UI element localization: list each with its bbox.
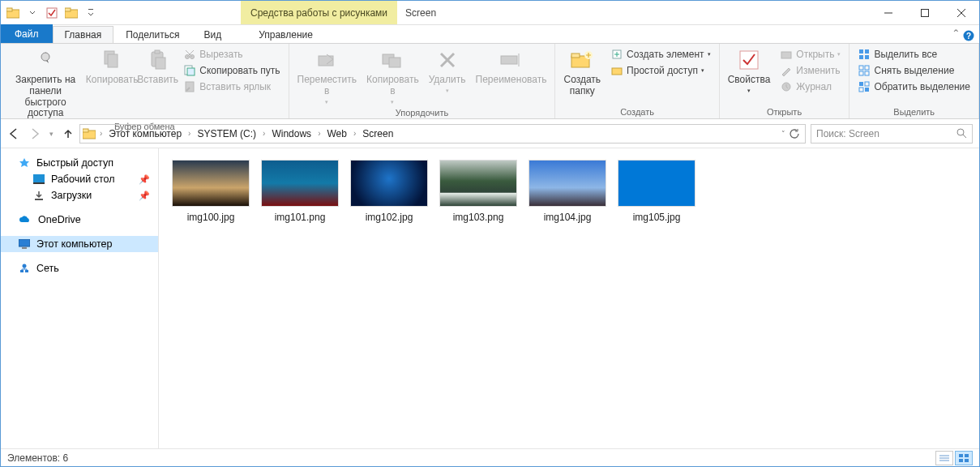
svg-text:?: ?	[966, 32, 971, 41]
file-item[interactable]: img105.jpg	[618, 160, 695, 223]
tab-share[interactable]: Поделиться	[113, 26, 191, 43]
maximize-button[interactable]	[906, 1, 943, 24]
new-item-button[interactable]: Создать элемент ▾	[607, 47, 714, 62]
paste-shortcut-button[interactable]: Вставить ярлык	[180, 79, 283, 94]
nav-onedrive[interactable]: OneDrive	[1, 212, 158, 228]
tab-file[interactable]: Файл	[1, 24, 53, 43]
checkmark-icon	[736, 47, 762, 73]
new-item-icon	[610, 48, 623, 61]
copy-button[interactable]: Копировать	[88, 45, 135, 88]
open-button[interactable]: Открыть ▾	[777, 47, 844, 62]
chevron-right-icon[interactable]: ›	[186, 129, 192, 138]
file-item[interactable]: img103.png	[439, 160, 517, 223]
properties-icon[interactable]	[43, 4, 61, 22]
tab-view[interactable]: Вид	[191, 26, 233, 43]
breadcrumb-item[interactable]: Windows	[267, 128, 316, 139]
minimize-button[interactable]	[870, 1, 906, 24]
cut-button[interactable]: Вырезать	[180, 47, 283, 62]
tab-home[interactable]: Главная	[53, 26, 114, 43]
breadcrumb-item[interactable]: Screen	[357, 128, 398, 139]
file-name: img102.jpg	[366, 212, 413, 223]
chevron-right-icon[interactable]: ›	[352, 129, 357, 138]
ribbon-group-new: Создать папку Создать элемент ▾ Простой …	[555, 44, 719, 118]
recent-dropdown-icon[interactable]: ▾	[49, 130, 53, 138]
svg-rect-30	[501, 56, 517, 64]
forward-button[interactable]	[28, 127, 41, 140]
copy-path-button[interactable]: Скопировать путь	[180, 63, 283, 78]
folder-icon-2[interactable]	[62, 4, 80, 22]
file-item[interactable]: img100.jpg	[172, 160, 250, 223]
window-controls	[870, 1, 979, 24]
file-name: img100.jpg	[187, 212, 235, 223]
file-item[interactable]: img102.jpg	[350, 160, 428, 223]
file-item[interactable]: img104.jpg	[529, 160, 606, 223]
help-icon[interactable]: ?	[963, 30, 974, 41]
history-button[interactable]: Журнал	[777, 79, 844, 94]
select-all-button[interactable]: Выделить все	[854, 47, 974, 62]
thumbnail	[618, 160, 695, 207]
svg-rect-37	[740, 51, 758, 69]
new-folder-icon	[569, 47, 595, 73]
thumbnail	[172, 160, 250, 207]
svg-point-12	[41, 53, 49, 61]
svg-rect-4	[65, 8, 71, 11]
details-view-button[interactable]	[935, 451, 953, 465]
breadcrumb-item[interactable]: SYSTEM (C:)	[192, 128, 261, 139]
select-none-button[interactable]: Снять выделение	[854, 63, 974, 78]
new-folder-button[interactable]: Создать папку	[560, 45, 604, 99]
move-to-button[interactable]: Переместить в▾	[294, 45, 361, 107]
svg-rect-17	[156, 58, 165, 69]
file-item[interactable]: img101.png	[261, 160, 339, 223]
close-button[interactable]	[943, 1, 979, 24]
svg-rect-36	[612, 68, 622, 75]
tab-manage[interactable]: Управление	[246, 26, 325, 43]
up-button[interactable]	[62, 127, 75, 140]
qat-dropdown-icon[interactable]	[24, 4, 41, 22]
ribbon-group-organise: Переместить в▾ Копировать в▾ Удалить▾ Пе…	[289, 44, 556, 118]
properties-button[interactable]: Свойства▾	[725, 45, 774, 96]
thumbnails-view-button[interactable]	[955, 451, 973, 465]
chevron-right-icon[interactable]: ›	[98, 129, 104, 138]
svg-rect-50	[859, 88, 863, 92]
network-icon	[19, 263, 30, 274]
svg-rect-57	[33, 182, 45, 184]
breadcrumb-item[interactable]: Web	[322, 128, 351, 139]
pin-quick-access-button[interactable]: Закрепить на панели быстрого доступа	[6, 45, 85, 121]
nav-desktop[interactable]: Рабочий стол📌	[1, 171, 158, 187]
contextual-tab-label: Средства работы с рисунками	[241, 1, 397, 24]
delete-icon	[434, 47, 460, 73]
address-bar[interactable]: › Этот компьютер› SYSTEM (C:)› Windows› …	[79, 124, 806, 144]
back-button[interactable]	[7, 127, 20, 140]
qat-customize-icon[interactable]	[82, 4, 100, 22]
copy-icon	[99, 47, 125, 73]
status-text: Элементов: 6	[7, 452, 68, 464]
chevron-right-icon[interactable]: ›	[316, 129, 322, 138]
nav-this-pc[interactable]: Этот компьютер	[1, 236, 158, 252]
desktop-icon	[33, 174, 45, 184]
search-input[interactable]: Поиск: Screen	[811, 124, 973, 144]
copy-to-button[interactable]: Копировать в▾	[363, 45, 422, 107]
delete-button[interactable]: Удалить▾	[426, 45, 469, 96]
refresh-icon[interactable]	[789, 128, 800, 139]
rename-button[interactable]: Переименовать	[473, 45, 550, 88]
address-dropdown-icon[interactable]: ˅	[781, 130, 785, 138]
folder-icon[interactable]	[4, 4, 22, 22]
edit-button[interactable]: Изменить	[777, 63, 844, 78]
easy-access-button[interactable]: Простой доступ ▾	[607, 63, 714, 78]
pin-icon: 📌	[139, 191, 150, 201]
svg-rect-51	[865, 88, 869, 92]
folder-icon	[80, 128, 98, 139]
group-label: Открыть	[725, 106, 845, 118]
invert-selection-button[interactable]: Обратить выделение	[854, 79, 974, 94]
paste-button[interactable]: Вставить	[139, 45, 177, 88]
collapse-ribbon-icon[interactable]: ˆ	[954, 28, 958, 43]
breadcrumb-item[interactable]: Этот компьютер	[104, 128, 186, 139]
window-title: Screen	[397, 1, 444, 24]
file-list[interactable]: img100.jpg img101.png img102.jpg img103.…	[159, 148, 979, 448]
easy-access-icon	[610, 64, 623, 77]
nav-quick-access[interactable]: Быстрый доступ	[1, 155, 158, 171]
quick-access-toolbar	[1, 1, 103, 24]
nav-network[interactable]: Сеть	[1, 260, 158, 276]
nav-downloads[interactable]: Загрузки📌	[1, 187, 158, 204]
chevron-right-icon[interactable]: ›	[261, 129, 267, 138]
